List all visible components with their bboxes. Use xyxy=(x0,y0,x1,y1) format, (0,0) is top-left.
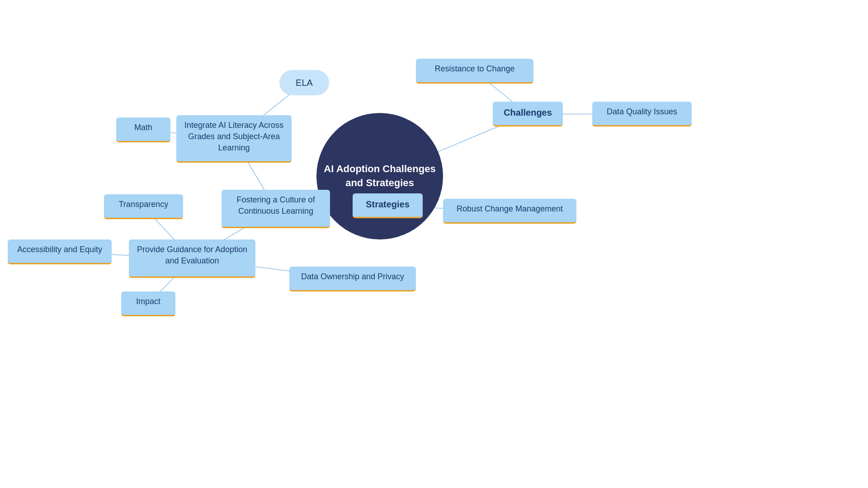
node-challenges[interactable]: Challenges xyxy=(493,102,563,127)
node-resistance[interactable]: Resistance to Change xyxy=(416,59,533,84)
node-impact[interactable]: Impact xyxy=(121,291,175,316)
ela-label: ELA xyxy=(279,70,329,95)
resistance-label: Resistance to Change xyxy=(416,59,533,84)
impact-label: Impact xyxy=(121,291,175,316)
center-node: AI Adoption Challenges and Strategies xyxy=(316,113,443,239)
strategies-label: Strategies xyxy=(353,193,423,218)
math-label: Math xyxy=(116,117,170,142)
integrate-label: Integrate AI Literacy AcrossGrades and S… xyxy=(176,115,292,163)
node-dataquality[interactable]: Data Quality Issues xyxy=(592,102,692,127)
node-provide[interactable]: Provide Guidance for Adoptionand Evaluat… xyxy=(129,239,255,278)
node-transparency[interactable]: Transparency xyxy=(104,194,183,219)
dataownership-label: Data Ownership and Privacy xyxy=(289,267,416,291)
challenges-label: Challenges xyxy=(493,102,563,127)
node-ela[interactable]: ELA xyxy=(279,70,329,95)
node-strategies[interactable]: Strategies xyxy=(353,193,423,218)
accessibility-label: Accessibility and Equity xyxy=(8,239,112,264)
node-math[interactable]: Math xyxy=(116,117,170,142)
fostering-label: Fostering a Culture ofContinuous Learnin… xyxy=(222,190,330,228)
node-fostering[interactable]: Fostering a Culture ofContinuous Learnin… xyxy=(222,190,330,228)
robust-label: Robust Change Management xyxy=(443,199,576,224)
node-integrate[interactable]: Integrate AI Literacy AcrossGrades and S… xyxy=(176,115,292,163)
dataquality-label: Data Quality Issues xyxy=(592,102,692,127)
node-dataownership[interactable]: Data Ownership and Privacy xyxy=(289,267,416,291)
provide-label: Provide Guidance for Adoptionand Evaluat… xyxy=(129,239,255,278)
transparency-label: Transparency xyxy=(104,194,183,219)
node-accessibility[interactable]: Accessibility and Equity xyxy=(8,239,112,264)
node-robust[interactable]: Robust Change Management xyxy=(443,199,576,224)
center-label: AI Adoption Challenges and Strategies xyxy=(316,162,443,190)
